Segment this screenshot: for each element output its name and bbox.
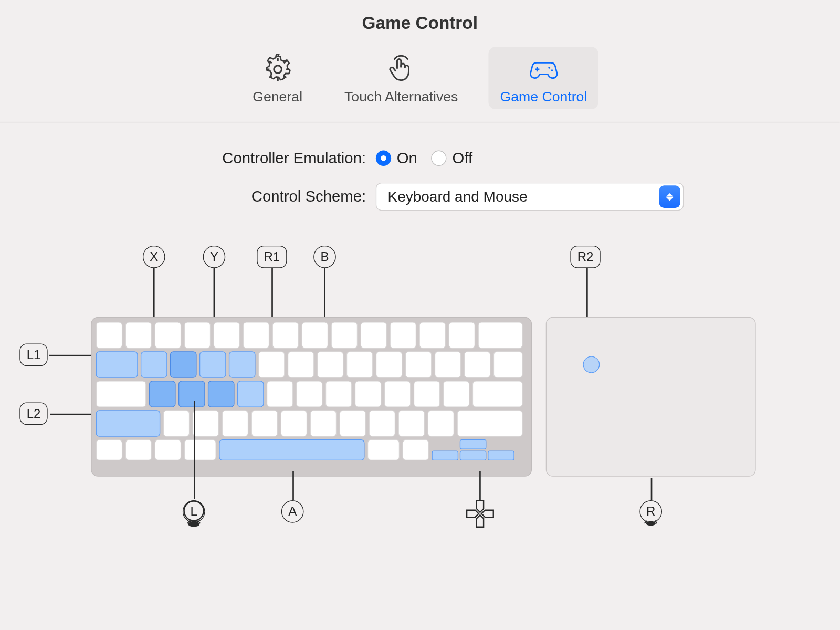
- settings-section: Controller Emulation: On Off Control Sch…: [0, 149, 840, 211]
- callout-r2: R2: [570, 246, 600, 268]
- tab-touch-alternatives[interactable]: Touch Alternatives: [333, 47, 469, 109]
- spacebar-key: [219, 439, 364, 460]
- callout-l-stick: L: [183, 500, 205, 523]
- emulation-off-radio[interactable]: Off: [432, 149, 473, 167]
- trackpad-click-point: [583, 356, 600, 373]
- callout-l1: L1: [19, 344, 47, 366]
- r-key: [229, 351, 256, 378]
- control-scheme-label: Control Scheme:: [128, 187, 366, 206]
- tab-key: [96, 351, 138, 378]
- callout-l2: L2: [19, 402, 47, 425]
- select-value: Keyboard and Mouse: [387, 188, 527, 205]
- callout-b: B: [313, 246, 336, 268]
- svg-point-0: [274, 66, 281, 74]
- thumbstick-base-icon: [186, 520, 202, 528]
- emulation-on-radio[interactable]: On: [376, 149, 417, 167]
- callout-line: [651, 478, 652, 500]
- controller-emulation-row: Controller Emulation: On Off: [0, 149, 840, 167]
- d-key: [208, 381, 235, 407]
- s-key: [178, 381, 205, 407]
- select-stepper-icon: [659, 185, 680, 208]
- callout-line: [292, 471, 293, 500]
- shift-key: [96, 410, 161, 437]
- arrow-keys: [432, 439, 516, 460]
- tab-label: Touch Alternatives: [344, 89, 458, 105]
- game-controller-icon: [528, 54, 559, 85]
- keyboard-illustration: [91, 317, 532, 477]
- e-key: [200, 351, 226, 378]
- callout-line: [50, 414, 94, 415]
- svg-point-6: [646, 521, 656, 526]
- callout-x: X: [143, 246, 165, 268]
- tab-general[interactable]: General: [242, 47, 314, 109]
- svg-point-2: [551, 69, 553, 71]
- callout-line: [194, 401, 195, 499]
- tab-bar: General Touch Alternatives Game Control: [0, 47, 840, 122]
- touch-hand-icon: [386, 54, 417, 85]
- callout-a: A: [281, 500, 304, 523]
- callout-line: [479, 471, 480, 500]
- w-key: [170, 351, 197, 378]
- radio-dot-icon: [376, 151, 391, 166]
- page-title: Game Control: [0, 0, 840, 33]
- controller-emulation-label: Controller Emulation:: [128, 149, 366, 167]
- radio-label: Off: [453, 149, 473, 167]
- thumbstick-base-icon: [643, 520, 658, 528]
- divider: [0, 122, 840, 122]
- tab-label: Game Control: [500, 89, 587, 105]
- f-key: [237, 381, 264, 407]
- tab-game-control[interactable]: Game Control: [489, 47, 598, 109]
- callout-r-stick: R: [639, 500, 662, 523]
- control-scheme-row: Control Scheme: Keyboard and Mouse: [0, 183, 840, 211]
- trackpad-illustration: [546, 317, 756, 477]
- gear-icon: [262, 54, 293, 85]
- keyboard-mapping-diagram: X Y R1 B R2 L1 L2: [0, 226, 840, 590]
- dpad-icon: [465, 499, 495, 528]
- a-key: [149, 381, 176, 407]
- tab-label: General: [253, 89, 302, 105]
- svg-point-1: [548, 67, 550, 69]
- callout-y: Y: [203, 246, 226, 268]
- callout-line: [49, 355, 93, 356]
- radio-label: On: [397, 149, 417, 167]
- callout-r1: R1: [257, 246, 287, 268]
- q-key: [141, 351, 167, 378]
- control-scheme-select[interactable]: Keyboard and Mouse: [376, 183, 684, 211]
- radio-dot-icon: [432, 151, 447, 166]
- svg-point-5: [189, 521, 199, 526]
